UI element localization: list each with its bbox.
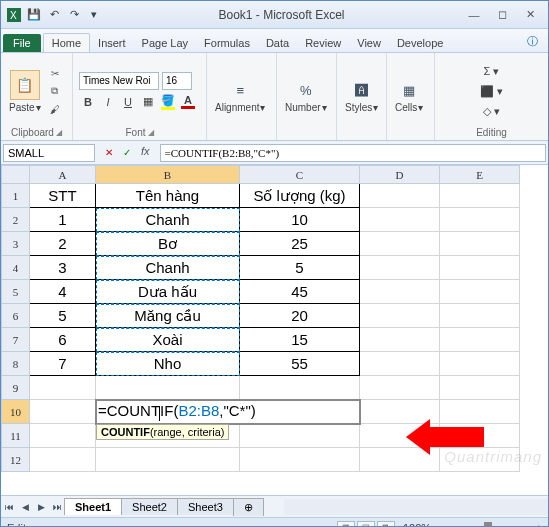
clear-button[interactable]: ◇ ▾ [441, 102, 542, 120]
select-all-corner[interactable] [2, 166, 30, 184]
cell-A3[interactable]: 2 [30, 232, 96, 256]
view-tab[interactable]: View [349, 34, 389, 52]
horizontal-scrollbar[interactable] [284, 499, 548, 515]
cell-C5[interactable]: 45 [240, 280, 360, 304]
underline-button[interactable]: U [119, 93, 137, 111]
cell-D1[interactable] [360, 184, 440, 208]
styles-button[interactable]: 🅰Styles ▾ [343, 79, 380, 115]
cells-button[interactable]: ▦Cells ▾ [393, 79, 425, 115]
col-header-B[interactable]: B [96, 166, 240, 184]
name-box[interactable]: SMALL [3, 144, 95, 162]
cell-A8[interactable]: 7 [30, 352, 96, 376]
cell-B1[interactable]: Tên hàng [96, 184, 240, 208]
cell-A2[interactable]: 1 [30, 208, 96, 232]
cell-B4[interactable]: Chanh [96, 256, 240, 280]
cancel-formula-icon[interactable]: ✕ [101, 145, 117, 161]
row-header-3[interactable]: 3 [2, 232, 30, 256]
col-header-E[interactable]: E [440, 166, 520, 184]
autosum-button[interactable]: Σ ▾ [441, 62, 542, 80]
row-header-12[interactable]: 12 [2, 448, 30, 472]
qat-dropdown-icon[interactable]: ▾ [85, 6, 103, 24]
cell-A7[interactable]: 6 [30, 328, 96, 352]
cut-icon[interactable]: ✂ [47, 66, 63, 80]
cell-C3[interactable]: 25 [240, 232, 360, 256]
row-header-2[interactable]: 2 [2, 208, 30, 232]
italic-button[interactable]: I [99, 93, 117, 111]
page-break-view-icon[interactable]: ⊞ [377, 521, 395, 528]
border-button[interactable]: ▦ [139, 93, 157, 111]
developer-tab[interactable]: Develope [389, 34, 451, 52]
home-tab[interactable]: Home [43, 33, 90, 52]
row-header-9[interactable]: 9 [2, 376, 30, 400]
cell-A1[interactable]: STT [30, 184, 96, 208]
cell-B8[interactable]: Nho [96, 352, 240, 376]
sheet-tab-2[interactable]: Sheet2 [121, 498, 178, 515]
row-header-4[interactable]: 4 [2, 256, 30, 280]
cell-B3[interactable]: Bơ [96, 232, 240, 256]
insert-tab[interactable]: Insert [90, 34, 134, 52]
col-header-D[interactable]: D [360, 166, 440, 184]
col-header-C[interactable]: C [240, 166, 360, 184]
normal-view-icon[interactable]: ▦ [337, 521, 355, 528]
cell-A4[interactable]: 3 [30, 256, 96, 280]
paste-button[interactable]: 📋 Paste ▾ [7, 68, 43, 115]
alignment-button[interactable]: ≡Alignment ▾ [213, 79, 267, 115]
redo-icon[interactable]: ↷ [65, 6, 83, 24]
sheet-tab-1[interactable]: Sheet1 [64, 498, 122, 515]
cell-B6[interactable]: Măng cầu [96, 304, 240, 328]
file-tab[interactable]: File [3, 34, 41, 52]
row-header-10[interactable]: 10 [2, 400, 30, 424]
data-tab[interactable]: Data [258, 34, 297, 52]
maximize-button[interactable]: ◻ [488, 5, 516, 25]
pagelayout-tab[interactable]: Page Lay [134, 34, 196, 52]
worksheet[interactable]: A B C D E 1 STT Tên hàng Số lượng (kg) 2… [1, 165, 548, 495]
fx-icon[interactable]: fx [137, 145, 154, 161]
cell-C8[interactable]: 55 [240, 352, 360, 376]
tab-nav-prev-icon[interactable]: ◀ [17, 499, 33, 515]
minimize-button[interactable]: — [460, 5, 488, 25]
zoom-in-button[interactable]: + [536, 522, 542, 528]
cell-C1[interactable]: Số lượng (kg) [240, 184, 360, 208]
new-sheet-button[interactable]: ⊕ [233, 498, 264, 516]
tab-nav-last-icon[interactable]: ⏭ [49, 499, 65, 515]
font-size-select[interactable] [162, 72, 192, 90]
fill-button[interactable]: ⬛ ▾ [441, 82, 542, 100]
close-button[interactable]: ✕ [516, 5, 544, 25]
fill-color-button[interactable]: 🪣 [159, 93, 177, 111]
review-tab[interactable]: Review [297, 34, 349, 52]
cell-C2[interactable]: 10 [240, 208, 360, 232]
cell-B7[interactable]: Xoài [96, 328, 240, 352]
undo-icon[interactable]: ↶ [45, 6, 63, 24]
clipboard-launcher-icon[interactable]: ◢ [56, 128, 62, 137]
page-layout-view-icon[interactable]: ▤ [357, 521, 375, 528]
row-header-6[interactable]: 6 [2, 304, 30, 328]
font-color-button[interactable]: A [179, 93, 197, 111]
bold-button[interactable]: B [79, 93, 97, 111]
cell-B5[interactable]: Dưa hấu [96, 280, 240, 304]
cell-A6[interactable]: 5 [30, 304, 96, 328]
row-header-8[interactable]: 8 [2, 352, 30, 376]
number-button[interactable]: %Number ▾ [283, 79, 329, 115]
cell-C7[interactable]: 15 [240, 328, 360, 352]
row-header-7[interactable]: 7 [2, 328, 30, 352]
format-painter-icon[interactable]: 🖌 [47, 102, 63, 116]
row-header-5[interactable]: 5 [2, 280, 30, 304]
cell-B2[interactable]: Chanh [96, 208, 240, 232]
cell-C6[interactable]: 20 [240, 304, 360, 328]
zoom-level[interactable]: 100% [403, 522, 431, 528]
col-header-A[interactable]: A [30, 166, 96, 184]
cell-A5[interactable]: 4 [30, 280, 96, 304]
formula-bar[interactable]: =COUNTIF(B2:B8,"C*") [160, 144, 546, 162]
save-icon[interactable]: 💾 [25, 6, 43, 24]
formulas-tab[interactable]: Formulas [196, 34, 258, 52]
tab-nav-first-icon[interactable]: ⏮ [1, 499, 17, 515]
row-header-1[interactable]: 1 [2, 184, 30, 208]
font-name-select[interactable] [79, 72, 159, 90]
font-launcher-icon[interactable]: ◢ [148, 128, 154, 137]
sheet-tab-3[interactable]: Sheet3 [177, 498, 234, 515]
zoom-out-button[interactable]: − [433, 522, 439, 528]
copy-icon[interactable]: ⧉ [47, 84, 63, 98]
help-icon[interactable]: ⓘ [519, 31, 546, 52]
row-header-11[interactable]: 11 [2, 424, 30, 448]
cell-B10-editing[interactable]: =COUNTIF(B2:B8,"C*") COUNTIF(range, crit… [96, 400, 360, 424]
